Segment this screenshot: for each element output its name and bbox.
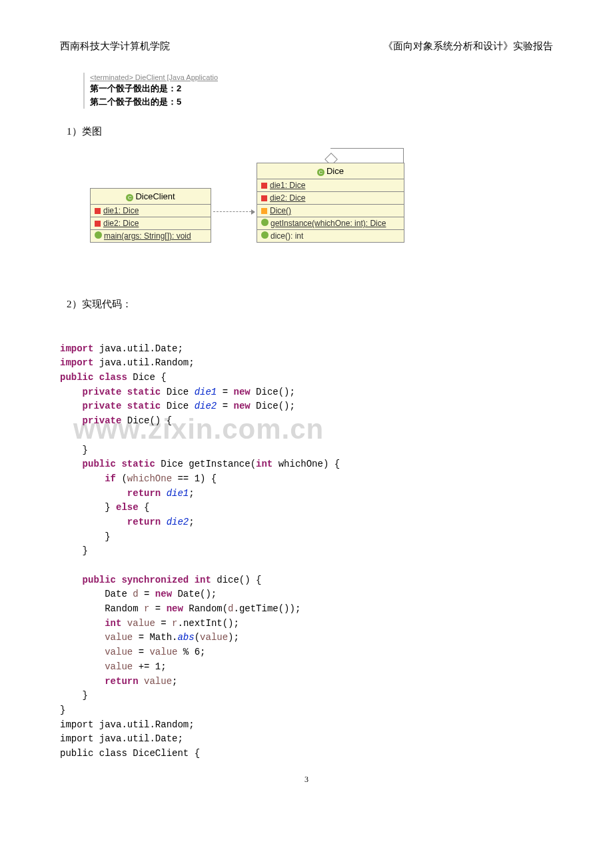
private-icon: [261, 195, 267, 201]
public-icon: [261, 219, 269, 226]
uml-diceclient-title: CDiceClient: [91, 189, 211, 205]
uml-op: Dice(): [257, 205, 404, 217]
private-icon: [95, 221, 101, 227]
uml-dice-title: CDice: [257, 163, 404, 179]
uml-op: main(args: String[]): void: [91, 230, 211, 242]
uml-op: dice(): int: [257, 230, 404, 242]
uml-attr: die1: Dice: [91, 205, 211, 217]
section-class-diagram: 1）类图: [67, 125, 553, 138]
dependency-arrow-icon: [213, 211, 255, 213]
console-output: <terminated> DieClient [Java Applicatio …: [83, 73, 223, 109]
uml-op: getInstance(whichOne: int): Dice: [257, 217, 404, 230]
private-icon: [95, 208, 101, 214]
console-line-1: 第一个骰子骰出的是：2: [85, 82, 223, 95]
constructor-icon: [261, 208, 267, 214]
uml-attr: die1: Dice: [257, 179, 404, 192]
page-number: 3: [60, 775, 553, 785]
uml-diagram: CDiceClient die1: Dice die2: Dice main(a…: [83, 155, 553, 288]
header-right: 《面向对象系统分析和设计》实验报告: [383, 40, 553, 53]
class-icon: C: [317, 169, 324, 176]
class-icon: C: [126, 194, 133, 201]
public-icon: [95, 231, 102, 239]
console-line-2: 第二个骰子骰出的是：5: [85, 95, 223, 109]
uml-attr: die2: Dice: [257, 192, 404, 205]
uml-diceclient-box: CDiceClient die1: Dice die2: Dice main(a…: [90, 188, 211, 243]
section-impl-code: 2）实现代码：: [67, 298, 553, 311]
code-block: import java.util.Date; import java.util.…: [60, 327, 553, 761]
uml-dice-box: CDice die1: Dice die2: Dice Dice() getIn…: [257, 163, 404, 243]
public-icon: [261, 231, 269, 239]
console-terminated: <terminated> DieClient [Java Applicatio: [85, 73, 223, 82]
private-icon: [261, 183, 267, 189]
header-left: 西南科技大学计算机学院: [60, 40, 170, 53]
uml-attr: die2: Dice: [91, 217, 211, 230]
